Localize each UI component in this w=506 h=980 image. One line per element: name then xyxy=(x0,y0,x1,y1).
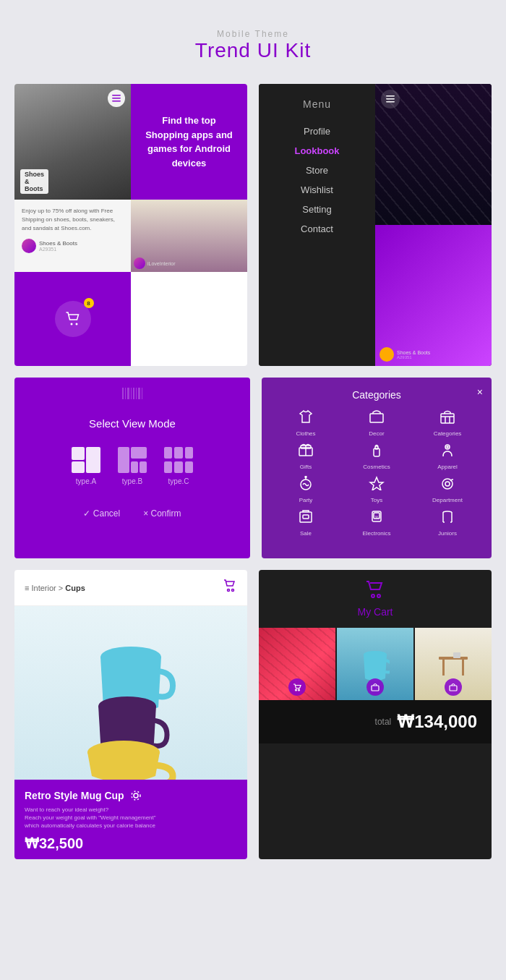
viewmode-actions: Cancel Confirm xyxy=(83,508,181,519)
person-photo: Shoes & Boots A29351 xyxy=(375,225,492,366)
bottom-user-name: Shoes & Boots xyxy=(397,350,430,355)
sale-icon xyxy=(298,509,314,527)
row-3: ≡ Interior > Cups xyxy=(14,570,492,859)
app-photo-area: Shoes&Boots xyxy=(14,84,131,200)
menu-item-store[interactable]: Store xyxy=(270,161,364,180)
total-label: total xyxy=(375,717,392,727)
cat-clothes[interactable]: Clothes xyxy=(273,409,338,437)
svg-point-65 xyxy=(377,595,380,597)
product-image xyxy=(14,606,247,780)
menu-item-lookbook[interactable]: Lookbook xyxy=(270,141,364,161)
cat-toys[interactable]: Toys xyxy=(344,476,409,503)
cat-electronics[interactable]: % Electronics xyxy=(344,509,409,537)
product-header: ≡ Interior > Cups xyxy=(14,570,247,606)
svg-rect-14 xyxy=(138,388,140,399)
svg-point-43 xyxy=(305,477,306,478)
menu-item-wishlist[interactable]: Wishlist xyxy=(270,180,364,200)
cat-clothes-label: Clothes xyxy=(296,430,315,437)
page-subtitle: Mobile Theme xyxy=(195,29,311,39)
product-price: ₩32,500 xyxy=(25,835,237,852)
confirm-action[interactable]: Confirm xyxy=(143,508,181,519)
bottom-user-row: Shoes & Boots A29351 xyxy=(380,347,430,362)
menu-title: Menu xyxy=(303,98,331,110)
row-1: Shoes&Boots Find the top Shopping apps a… xyxy=(14,84,492,366)
cat-department[interactable]: Department xyxy=(415,476,480,503)
menu-right-top xyxy=(375,84,492,225)
viewmode-type-a[interactable]: type.A xyxy=(72,447,100,485)
cat-decor[interactable]: Decor xyxy=(344,409,409,437)
user-overlay: iLoveInterior xyxy=(134,257,176,269)
breadcrumb: ≡ Interior > Cups xyxy=(25,584,85,592)
table xyxy=(435,649,471,678)
breadcrumb-prefix: ≡ Interior > xyxy=(25,584,65,592)
menu-right: Shoes & Boots A29351 xyxy=(375,84,492,366)
viewmode-type-c[interactable]: type.C xyxy=(164,447,193,485)
menu-right-bottom: Shoes & Boots A29351 xyxy=(375,225,492,366)
svg-point-67 xyxy=(299,689,300,691)
svg-point-3 xyxy=(70,323,72,325)
row-2: Select View Mode type.A type.B xyxy=(14,378,492,558)
viewmode-type-b[interactable]: type.B xyxy=(118,447,147,485)
svg-rect-74 xyxy=(450,686,457,691)
viewmode-card: Select View Mode type.A type.B xyxy=(14,378,250,558)
menu-item-setting[interactable]: Setting xyxy=(270,200,364,219)
cart-item-3[interactable] xyxy=(415,628,492,700)
cups-illustration xyxy=(59,621,203,780)
svg-rect-17 xyxy=(72,461,85,473)
svg-rect-38 xyxy=(375,446,378,449)
svg-point-45 xyxy=(445,482,450,486)
svg-rect-18 xyxy=(86,447,100,473)
electronics-icon: % xyxy=(369,509,385,527)
svg-rect-30 xyxy=(441,414,454,423)
blue-cup xyxy=(361,646,390,682)
clothes-icon xyxy=(298,409,314,427)
cancel-action[interactable]: Cancel xyxy=(83,508,120,519)
menu-item-contact[interactable]: Contact xyxy=(270,219,364,239)
categories-close[interactable]: × xyxy=(477,386,483,398)
cat-electronics-label: Electronics xyxy=(362,530,390,537)
cat-apparel[interactable]: Apparel xyxy=(415,443,480,470)
app-desc: Enjoy up to 75% off along with Free Ship… xyxy=(22,207,124,233)
svg-rect-20 xyxy=(131,447,147,459)
brand-logo: Shoes&Boots xyxy=(20,169,48,194)
settings-icon xyxy=(130,790,142,801)
menu-fab[interactable] xyxy=(381,90,400,108)
cart-area[interactable]: 8 xyxy=(14,272,131,366)
svg-rect-19 xyxy=(118,447,129,473)
cat-sale[interactable]: Sale xyxy=(273,509,338,537)
cart-item-2[interactable] xyxy=(337,628,413,700)
svg-rect-25 xyxy=(185,447,193,459)
categories-icon xyxy=(439,409,455,427)
product-card: ≡ Interior > Cups xyxy=(14,570,247,859)
cat-juniors[interactable]: Juniors xyxy=(415,509,480,537)
cat-toys-label: Toys xyxy=(371,497,382,503)
menu-item-profile[interactable]: Profile xyxy=(270,122,364,141)
header-cart-icon[interactable] xyxy=(223,579,237,597)
svg-rect-6 xyxy=(386,98,395,100)
menu-button[interactable] xyxy=(108,90,125,107)
gifts-icon xyxy=(298,443,314,461)
svg-point-4 xyxy=(75,323,77,325)
svg-point-40 xyxy=(447,446,448,448)
svg-rect-27 xyxy=(174,461,183,473)
cat-party-label: Party xyxy=(299,497,313,503)
cat-cosmetics-label: Cosmetics xyxy=(363,464,390,470)
svg-rect-5 xyxy=(386,95,395,97)
cart-button[interactable]: 8 xyxy=(55,301,91,337)
type-a-label: type.A xyxy=(76,477,96,485)
svg-rect-7 xyxy=(386,101,395,103)
cat-gifts[interactable]: Gifts xyxy=(273,443,338,470)
avatar-small xyxy=(134,257,145,269)
cart-item-1[interactable] xyxy=(259,628,335,700)
cat-party[interactable]: Party xyxy=(273,476,338,503)
user-name: Shoes & Boots xyxy=(39,240,77,247)
cat-categories[interactable]: Categories xyxy=(415,409,480,437)
cart-badge: 8 xyxy=(84,298,94,308)
svg-rect-0 xyxy=(112,95,121,96)
bottom-user-info: Shoes & Boots A29351 xyxy=(397,350,430,359)
cat-cosmetics[interactable]: Cosmetics xyxy=(344,443,409,470)
department-icon xyxy=(439,476,455,494)
svg-rect-16 xyxy=(72,447,85,460)
promo-text: Find the top Shopping apps and games for… xyxy=(140,114,239,170)
bottom-user-id: A29351 xyxy=(397,355,430,359)
